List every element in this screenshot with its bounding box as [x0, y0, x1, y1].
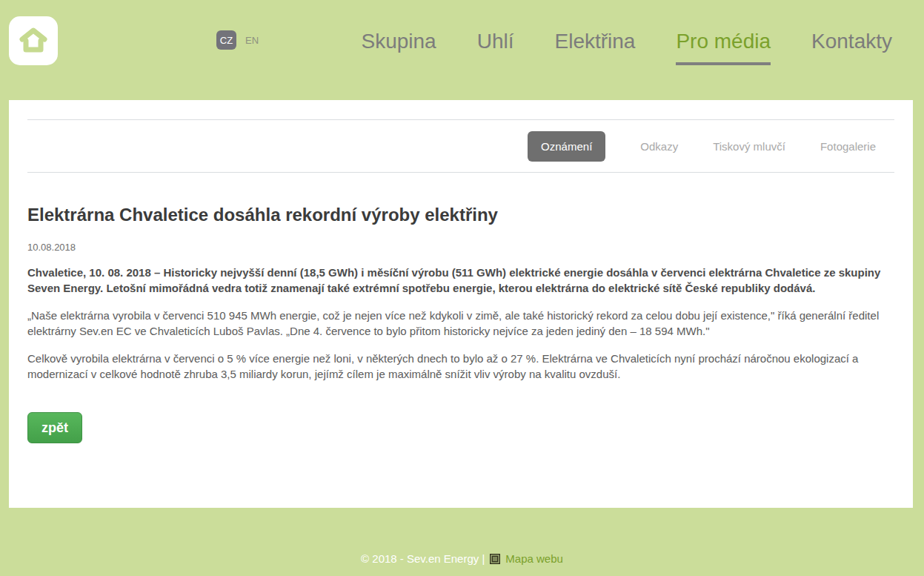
media-tabs: Oznámení Odkazy Tiskový mluvčí Fotogaler…: [27, 119, 894, 173]
nav-item-uhli[interactable]: Uhlí: [477, 30, 514, 65]
main-navigation: Skupina Uhlí Elektřina Pro média Kontakt…: [362, 30, 893, 65]
tab-tiskovy-mluvci[interactable]: Tiskový mluvčí: [713, 140, 785, 153]
nav-item-kontakty[interactable]: Kontakty: [811, 30, 892, 65]
article-title: Elektrárna Chvaletice dosáhla rekordní v…: [27, 205, 894, 225]
tab-odkazy[interactable]: Odkazy: [640, 140, 678, 153]
nav-item-elektrina[interactable]: Elektřina: [554, 30, 635, 65]
site-footer: © 2018 - Sev.en Energy | Mapa webu: [0, 552, 924, 565]
nav-item-pro-media[interactable]: Pro média: [676, 30, 771, 65]
language-switcher: CZ EN: [216, 30, 259, 50]
back-button[interactable]: zpět: [27, 412, 82, 443]
tab-fotogalerie[interactable]: Fotogalerie: [820, 140, 876, 153]
article-lead-paragraph: Chvaletice, 10. 08. 2018 – Historicky ne…: [27, 265, 894, 296]
article-paragraph-2: „Naše elektrárna vyrobila v červenci 510…: [27, 308, 894, 339]
lang-en-button[interactable]: EN: [245, 35, 259, 46]
tab-oznameni[interactable]: Oznámení: [528, 131, 605, 162]
content-panel: Oznámení Odkazy Tiskový mluvčí Fotogaler…: [9, 100, 913, 508]
home-logo[interactable]: [9, 16, 58, 65]
house-icon: [16, 24, 50, 58]
press-release-article: Elektrárna Chvaletice dosáhla rekordní v…: [27, 173, 894, 443]
sitemap-icon[interactable]: [490, 554, 500, 564]
nav-item-skupina[interactable]: Skupina: [362, 30, 436, 65]
copyright-text: © 2018 - Sev.en Energy |: [361, 552, 485, 565]
sitemap-link[interactable]: Mapa webu: [505, 552, 563, 565]
site-header: CZ EN Skupina Uhlí Elektřina Pro média K…: [0, 0, 924, 100]
article-date: 10.08.2018: [27, 242, 894, 253]
lang-cz-button[interactable]: CZ: [216, 30, 236, 50]
article-paragraph-3: Celkově vyrobila elektrárna v červenci o…: [27, 351, 894, 382]
